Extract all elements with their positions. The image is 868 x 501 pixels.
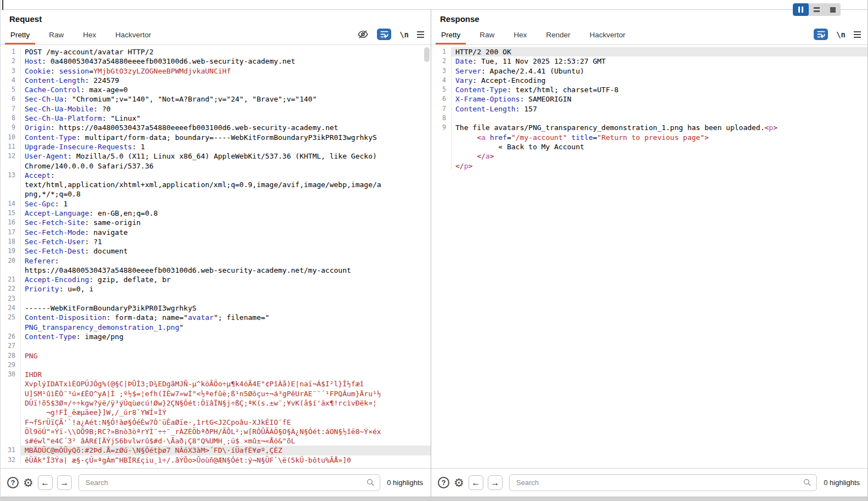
code-line-16[interactable]: 16Sec-Fetch-Site: same-origin bbox=[1, 218, 431, 227]
code-line-15[interactable]: 15Accept-Language: en-GB,en;q=0.8 bbox=[1, 209, 431, 218]
code-line-wrap[interactable]: https://0a4800530437a54880eeeefb003100d6… bbox=[1, 266, 431, 275]
code-line-10[interactable]: 10Content-Type: multipart/form-data; bou… bbox=[1, 133, 431, 142]
tab-pretty[interactable]: Pretty bbox=[9, 29, 31, 44]
gear-icon[interactable]: ⚙ bbox=[23, 477, 33, 488]
tab-hex[interactable]: Hex bbox=[512, 29, 528, 44]
code-line-7[interactable]: 7Sec-Ch-Ua-Mobile: ?0 bbox=[1, 104, 431, 114]
code-line-24[interactable]: 24------WebKitFormBoundaryP3ikPR0I3wgrhk… bbox=[1, 303, 431, 313]
code-line-1[interactable]: 1HTTP/2 200 OK bbox=[431, 47, 867, 57]
code-line-8[interactable]: 8 bbox=[431, 114, 867, 123]
code-line-2[interactable]: 2Date: Tue, 11 Nov 2025 12:53:27 GMT bbox=[431, 57, 867, 66]
code-line-11[interactable]: 11Upgrade-Insecure-Requests: 1 bbox=[1, 142, 431, 151]
tab-raw[interactable]: Raw bbox=[478, 29, 495, 44]
code-line-31[interactable]: 31MBÄDÜC@mÒÛyQõ:#2Þd.Å=zØú-\N§Óétþø7 NÀó… bbox=[1, 446, 431, 455]
code-line-wrap[interactable]: png,*/*;q=0.8 bbox=[1, 189, 431, 199]
single-layout-button[interactable] bbox=[825, 3, 841, 16]
code-line-wrap[interactable]: ¬g!FÎ_ëæµäee}]W,/_úr8`YWÍ¤ÌÝ bbox=[1, 408, 431, 417]
line-number: 3 bbox=[1, 66, 20, 76]
prev-match-button[interactable]: ← bbox=[38, 475, 53, 490]
code-line-30[interactable]: 30IHDR bbox=[1, 370, 431, 379]
code-line-6[interactable]: 6X-Frame-Options: SAMEORIGIN bbox=[431, 94, 867, 104]
code-line-28[interactable]: 28PNG bbox=[1, 351, 431, 361]
next-match-button[interactable]: → bbox=[57, 475, 72, 490]
code-line-9[interactable]: 9The file avatars/PNG_transparency_demon… bbox=[431, 123, 867, 132]
code-line-29[interactable]: 29 bbox=[1, 361, 431, 370]
newline-icon[interactable]: \n bbox=[836, 30, 846, 39]
tab-hex[interactable]: Hex bbox=[82, 29, 97, 44]
code-line-19[interactable]: 19Sec-Fetch-Dest: document bbox=[1, 246, 431, 256]
columns-layout-button[interactable] bbox=[793, 3, 809, 16]
tab-pretty[interactable]: Pretty bbox=[440, 29, 461, 44]
code-text: PNG bbox=[20, 351, 431, 361]
code-line-wrap[interactable]: Chrome/140.0.0.0 Safari/537.36 bbox=[1, 161, 431, 171]
code-line-8[interactable]: 8Sec-Ch-Ua-Platform: "Linux" bbox=[1, 114, 431, 123]
code-line-wrap[interactable]: XvplýIDATxìÉOPÜJÓg%(@§C|ÞÛÎ3;D¾EDgãMJÑ-µ… bbox=[1, 379, 431, 389]
tab-hackvertor[interactable]: Hackvertor bbox=[114, 29, 152, 44]
tab-render[interactable]: Render bbox=[545, 29, 571, 44]
code-line-wrap[interactable]: DÜï!õ5$3Ø¤/÷÷kgw?ýë/ÿ³ýÙqùøcú!Øw}2ÇN§Óét… bbox=[1, 398, 431, 408]
code-line-7[interactable]: 7Content-Length: 157 bbox=[431, 104, 867, 114]
code-line-6[interactable]: 6Sec-Ch-Ua: "Chromium";v="140", "Not=A?B… bbox=[1, 94, 431, 104]
code-line-wrap[interactable]: text/html,application/xhtml+xml,applicat… bbox=[1, 180, 431, 189]
code-text: </p> bbox=[451, 161, 867, 171]
request-search-input[interactable] bbox=[78, 474, 380, 491]
tab-hackvertor[interactable]: Hackvertor bbox=[589, 29, 627, 44]
code-line-17[interactable]: 17Sec-Fetch-Mode: navigate bbox=[1, 228, 431, 237]
word-wrap-icon[interactable] bbox=[377, 29, 391, 40]
code-line-26[interactable]: 26Content-Type: image/png bbox=[1, 332, 431, 341]
code-line-1[interactable]: 1POST /my-account/avatar HTTP/2 bbox=[1, 47, 431, 57]
code-line-4[interactable]: 4Vary: Accept-Encoding bbox=[431, 76, 867, 85]
code-line-13[interactable]: 13Accept: bbox=[1, 171, 431, 180]
response-editor[interactable]: 1HTTP/2 200 OK2Date: Tue, 11 Nov 2025 12… bbox=[431, 45, 867, 468]
code-line-wrap[interactable]: « Back to My Account bbox=[431, 142, 867, 151]
code-line-21[interactable]: 21Accept-Encoding: gzip, deflate, br bbox=[1, 275, 431, 284]
request-title: Request bbox=[9, 14, 424, 24]
code-text: png,*/*;q=0.8 bbox=[20, 189, 431, 199]
line-number bbox=[431, 142, 451, 151]
code-line-4[interactable]: 4Content-Length: 224579 bbox=[1, 76, 431, 85]
response-search-input[interactable] bbox=[509, 474, 817, 491]
help-icon[interactable]: ? bbox=[7, 477, 19, 488]
request-editor[interactable]: 1POST /my-account/avatar HTTP/22Host: 0a… bbox=[1, 45, 431, 468]
code-line-wrap[interactable]: </a> bbox=[431, 151, 867, 161]
help-icon[interactable]: ? bbox=[438, 477, 449, 488]
word-wrap-icon[interactable] bbox=[814, 29, 828, 40]
code-line-wrap[interactable]: <a href="/my-account" title="Return to p… bbox=[431, 133, 867, 142]
line-number: 10 bbox=[1, 133, 20, 142]
code-line-27[interactable]: 27 bbox=[1, 341, 431, 351]
code-line-12[interactable]: 12User-Agent: Mozilla/5.0 (X11; Linux x8… bbox=[1, 151, 431, 161]
code-line-5[interactable]: 5Cache-Control: max-age=0 bbox=[1, 85, 431, 94]
code-line-2[interactable]: 2Host: 0a4800530437a54880eeeefb003100d6.… bbox=[1, 57, 431, 66]
next-match-button[interactable]: → bbox=[488, 475, 503, 490]
menu-icon[interactable] bbox=[854, 31, 861, 38]
menu-icon[interactable] bbox=[417, 31, 424, 38]
code-line-32[interactable]: 32êÜÄk°Î3Ýa| æ§-çÚ«ªgÀm^HBÏR£çiu¸ì÷/.âÝÕ… bbox=[1, 455, 431, 465]
code-line-25[interactable]: 25Content-Disposition: form-data; name="… bbox=[1, 313, 431, 322]
newline-icon[interactable]: \n bbox=[399, 30, 409, 39]
code-line-3[interactable]: 3Cookie: session=YMjbGtO3zyLZOGNeeBPWMdj… bbox=[1, 66, 431, 76]
code-line-18[interactable]: 18Sec-Fetch-User: ?1 bbox=[1, 237, 431, 246]
code-line-wrap[interactable]: Öl9öÚ"¤Ýï-\\OÕ9B;RC?»Bnò3òªrYÌ¨÷÷¨_rÀZÈÖ… bbox=[1, 427, 431, 436]
code-line-wrap[interactable]: s#éwl"e4C´3² âÁR£[ÄÝjS6bvlwrû$#d·\Āað¡Ç8… bbox=[1, 436, 431, 446]
code-line-wrap[interactable]: U]SM¹ûìËÒ¨³ú×£ËO^yA|Ì ;º½$=¦efh(ÌÊw7»wÍ"… bbox=[1, 389, 431, 398]
code-line-9[interactable]: 9Origin: https://0a4800530437a54880eeeef… bbox=[1, 123, 431, 132]
code-text: Content-Length: 224579 bbox=[20, 76, 431, 85]
hide-eye-icon[interactable] bbox=[357, 29, 369, 40]
tab-raw[interactable]: Raw bbox=[48, 29, 65, 44]
rows-layout-button[interactable] bbox=[809, 3, 825, 16]
code-line-20[interactable]: 20Referer: bbox=[1, 256, 431, 266]
code-line-22[interactable]: 22Priority: u=0, i bbox=[1, 284, 431, 294]
prev-match-button[interactable]: ← bbox=[469, 475, 483, 490]
code-line-wrap[interactable]: PNG_transparency_demonstration_1.png" bbox=[1, 323, 431, 332]
code-line-wrap[interactable]: F¬fSrÜïÇÃ'`!a¿Aét:N§Ó!àø§ÓéÈw7Ò¨üÊaØïe·,… bbox=[1, 418, 431, 427]
gear-icon[interactable]: ⚙ bbox=[454, 477, 464, 488]
code-text: Cookie: session=YMjbGtO3zyLZOGNeeBPWMdjv… bbox=[20, 66, 431, 76]
code-line-3[interactable]: 3Server: Apache/2.4.41 (Ubuntu) bbox=[431, 66, 867, 76]
code-line-5[interactable]: 5Content-Type: text/html; charset=UTF-8 bbox=[431, 85, 867, 94]
code-line-wrap[interactable]: </p> bbox=[431, 161, 867, 171]
request-scrollbar[interactable] bbox=[424, 47, 430, 62]
code-text: User-Agent: Mozilla/5.0 (X11; Linux x86_… bbox=[20, 151, 431, 161]
code-line-14[interactable]: 14Sec-Gpc: 1 bbox=[1, 199, 431, 209]
code-text: Sec-Fetch-Site: same-origin bbox=[20, 218, 431, 227]
code-line-23[interactable]: 23 bbox=[1, 294, 431, 303]
